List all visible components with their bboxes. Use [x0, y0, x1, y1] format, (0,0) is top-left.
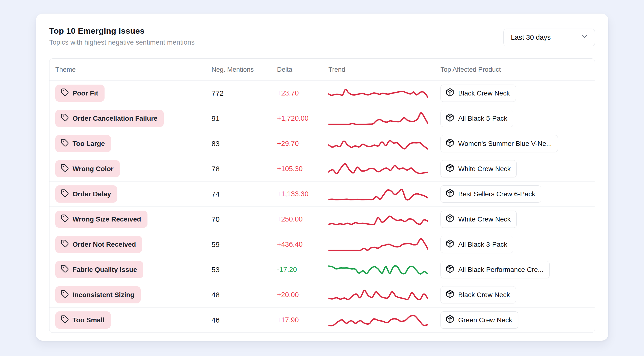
delta-value: +105.30 [277, 165, 328, 173]
tag-icon [61, 265, 69, 275]
table-row: Order Delay 74 +1,133.30 Best Sellers Cr… [50, 181, 595, 206]
card-header: Top 10 Emerging Issues Topics with highe… [49, 26, 595, 46]
column-header-mentions: Neg. Mentions [212, 66, 277, 73]
neg-mentions-value: 48 [212, 291, 277, 299]
column-header-delta: Delta [277, 66, 328, 73]
trend-sparkline [328, 85, 440, 102]
theme-badge[interactable]: Order Delay [55, 185, 118, 203]
tag-icon [61, 113, 69, 123]
package-icon [446, 290, 454, 300]
theme-label: Too Large [72, 140, 105, 148]
table-row: Order Cancellation Failure 91 +1,720.00 … [50, 106, 595, 131]
product-chip[interactable]: All Black Performance Cre... [440, 261, 550, 278]
table-row: Too Small 46 +17.90 Green Crew Neck [50, 307, 595, 333]
theme-badge[interactable]: Wrong Color [55, 160, 120, 177]
theme-badge[interactable]: Fabric Quality Issue [55, 261, 143, 278]
product-label: White Crew Neck [458, 215, 510, 223]
product-label: Black Crew Neck [458, 89, 510, 97]
neg-mentions-value: 772 [212, 89, 277, 97]
product-label: All Black Performance Cre... [458, 266, 544, 274]
table-body: Poor Fit 772 +23.70 Black Crew Neck [50, 80, 595, 333]
theme-label: Order Cancellation Failure [72, 115, 158, 122]
trend-sparkline [328, 185, 440, 203]
product-chip[interactable]: Black Crew Neck [440, 286, 516, 303]
theme-label: Order Not Received [72, 241, 136, 248]
neg-mentions-value: 78 [212, 165, 277, 173]
theme-label: Wrong Size Received [72, 215, 141, 223]
neg-mentions-value: 70 [212, 215, 277, 223]
theme-badge[interactable]: Too Small [55, 312, 111, 329]
theme-badge[interactable]: Inconsistent Sizing [55, 286, 141, 303]
theme-label: Fabric Quality Issue [72, 266, 137, 274]
theme-label: Order Delay [72, 190, 111, 198]
package-icon [446, 88, 454, 98]
table-header-row: Theme Neg. Mentions Delta Trend Top Affe… [50, 59, 595, 80]
package-icon [446, 113, 454, 124]
neg-mentions-value: 59 [212, 240, 277, 249]
delta-value: +250.00 [277, 215, 328, 223]
neg-mentions-value: 46 [212, 316, 277, 324]
delta-value: +1,720.00 [277, 114, 328, 122]
product-chip[interactable]: Best Sellers Crew 6-Pack [440, 185, 541, 203]
theme-badge[interactable]: Order Cancellation Failure [55, 110, 164, 127]
table-row: Wrong Color 78 +105.30 White Crew Neck [50, 156, 595, 181]
package-icon [446, 264, 454, 275]
tag-icon [61, 164, 69, 174]
trend-sparkline [328, 236, 440, 253]
delta-value: +17.90 [277, 316, 328, 324]
package-icon [446, 214, 454, 224]
product-label: Black Crew Neck [458, 291, 510, 299]
trend-sparkline [328, 135, 440, 152]
tag-icon [61, 214, 69, 224]
tag-icon [61, 88, 69, 98]
product-chip[interactable]: All Black 5-Pack [440, 110, 513, 127]
product-chip[interactable]: Green Crew Neck [440, 312, 518, 329]
chevron-down-icon [581, 33, 588, 42]
trend-sparkline [328, 211, 440, 228]
trend-sparkline [328, 110, 440, 127]
product-chip[interactable]: All Black 3-Pack [440, 236, 513, 253]
page-subtitle: Topics with highest negative sentiment m… [49, 38, 194, 46]
date-range-select[interactable]: Last 30 days [503, 28, 595, 46]
table-row: Fabric Quality Issue 53 -17.20 All Black… [50, 257, 595, 282]
theme-badge[interactable]: Wrong Size Received [55, 211, 148, 228]
neg-mentions-value: 91 [212, 114, 277, 123]
product-label: All Black 3-Pack [458, 241, 507, 248]
product-chip[interactable]: White Crew Neck [440, 160, 517, 177]
delta-value: +1,133.30 [277, 190, 328, 198]
table-row: Inconsistent Sizing 48 +20.00 Black Crew… [50, 282, 595, 307]
page-title: Top 10 Emerging Issues [49, 26, 194, 36]
trend-sparkline [328, 160, 440, 178]
product-label: Women's Summer Blue V-Ne... [458, 140, 552, 148]
table-row: Too Large 83 +29.70 Women's Summer Blue … [50, 131, 595, 156]
issues-table: Theme Neg. Mentions Delta Trend Top Affe… [49, 58, 595, 333]
package-icon [446, 164, 454, 174]
column-header-theme: Theme [55, 66, 212, 73]
delta-value: +20.00 [277, 291, 328, 299]
package-icon [446, 315, 454, 325]
neg-mentions-value: 74 [212, 190, 277, 198]
theme-badge[interactable]: Order Not Received [55, 236, 142, 253]
product-chip[interactable]: White Crew Neck [440, 211, 517, 228]
package-icon [446, 239, 454, 250]
theme-label: Wrong Color [72, 165, 114, 173]
product-chip[interactable]: Black Crew Neck [440, 85, 516, 102]
theme-badge[interactable]: Poor Fit [55, 85, 104, 102]
column-header-product: Top Affected Product [440, 66, 589, 73]
title-block: Top 10 Emerging Issues Topics with highe… [49, 26, 194, 46]
column-header-trend: Trend [328, 66, 440, 73]
tag-icon [61, 290, 69, 300]
package-icon [446, 138, 454, 149]
neg-mentions-value: 83 [212, 140, 277, 148]
product-label: Best Sellers Crew 6-Pack [458, 190, 535, 198]
trend-sparkline [328, 312, 440, 329]
product-label: White Crew Neck [458, 165, 510, 173]
theme-badge[interactable]: Too Large [55, 135, 111, 152]
table-row: Poor Fit 772 +23.70 Black Crew Neck [50, 80, 595, 106]
product-chip[interactable]: Women's Summer Blue V-Ne... [440, 135, 558, 152]
theme-label: Inconsistent Sizing [72, 291, 134, 299]
table-row: Wrong Size Received 70 +250.00 White Cre… [50, 206, 595, 232]
product-label: Green Crew Neck [458, 316, 512, 324]
table-row: Order Not Received 59 +436.40 All Black … [50, 232, 595, 257]
theme-label: Poor Fit [72, 89, 98, 97]
